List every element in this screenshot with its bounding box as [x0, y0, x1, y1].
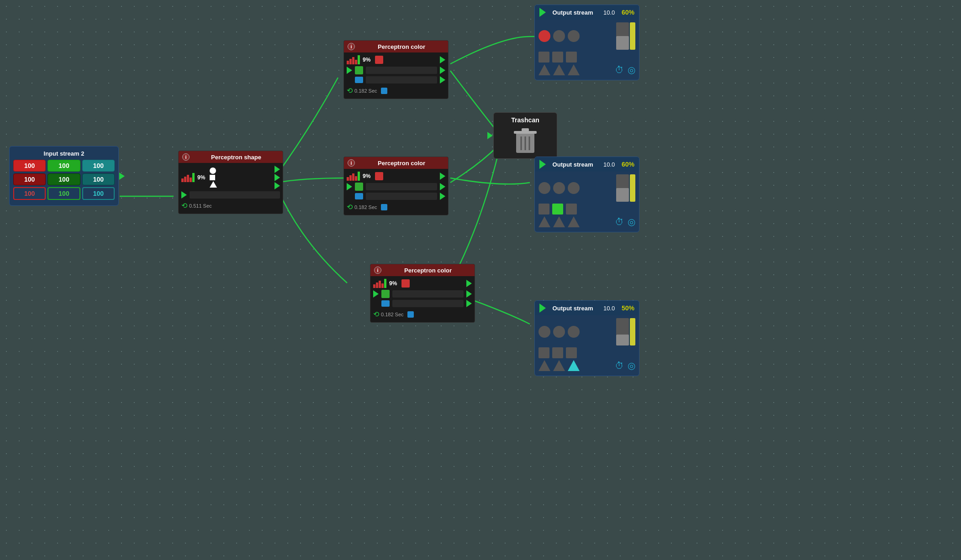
output-top-tri-1: [539, 64, 550, 75]
color-top-timing: 0.182 Sec: [354, 88, 377, 94]
shape-in-connector: [181, 191, 187, 199]
timing-icon-shape: ⟲: [181, 201, 187, 210]
color-mid-swatch-blue: [355, 193, 363, 199]
input-cell-r3c2: 100: [48, 187, 80, 200]
color-bot-swatch-red: [401, 279, 410, 288]
color-bot-swatch-blue: [381, 300, 390, 307]
color-top-slot-2: [366, 76, 437, 84]
info-badge-color-top: i: [348, 43, 355, 50]
color-mid-bar-chart: [347, 172, 360, 181]
output-mid-title: Output stream: [553, 161, 593, 168]
svg-rect-2: [522, 128, 529, 131]
color-bot-bar-chart: [373, 279, 386, 288]
input-cell-r2c3: 100: [82, 173, 115, 185]
output-bot-play[interactable]: [539, 304, 546, 313]
target-icon-bot[interactable]: ◎: [628, 360, 635, 371]
timing-icon-bot: ⟲: [373, 310, 379, 319]
color-top-slot: [366, 67, 437, 74]
color-mid-out-1: [440, 173, 445, 180]
clock-icon-mid[interactable]: ⏱: [615, 217, 624, 227]
trashcan-icon: [514, 127, 537, 155]
output-top-triangles-row: ⏱ ◎: [539, 64, 635, 75]
output-top-sq-3: [566, 52, 577, 63]
perceptron-color-bot-node: i Perceptron color 9%: [370, 264, 475, 323]
output-top-circles-row: [539, 22, 635, 50]
shape-timing: 0.511 Sec: [189, 203, 212, 209]
color-bot-out-1: [466, 280, 472, 287]
output-mid-icons: ⏱ ◎: [615, 216, 635, 227]
color-top-timing-swatch: [381, 88, 387, 94]
perceptron-shape-title: Perceptron shape: [193, 154, 279, 161]
output-bot-header: Output stream 10.0 50%: [535, 301, 639, 315]
perceptron-color-bot-title: Perceptron color: [385, 267, 471, 274]
output-mid-circles-row: [539, 174, 635, 202]
output-top-title: Output stream: [553, 9, 593, 16]
output-bot-tri-1: [539, 360, 550, 371]
output-bot-sq-1: [539, 347, 549, 358]
output-top-sq-1: [539, 52, 549, 63]
color-bot-timing-swatch: [407, 311, 414, 318]
output-bot-sq-3: [566, 347, 577, 358]
output-mid-circle-1: [539, 182, 550, 194]
color-bot-slot-2: [392, 300, 464, 307]
color-top-swatch-blue: [355, 77, 363, 83]
output-bot-yellow-bar: [630, 318, 635, 345]
output-top-body: ⏱ ◎: [535, 20, 639, 80]
color-top-percent: 9%: [363, 57, 370, 63]
perceptron-color-top-title: Perceptron color: [359, 43, 444, 50]
output-top-tri-2: [553, 64, 565, 75]
sym-tri: [210, 181, 217, 188]
input-stream-out-connector: [119, 173, 125, 180]
output-mid-triangles-row: ⏱ ◎: [539, 216, 635, 227]
output-mid-tri-1: [539, 216, 550, 227]
color-mid-timing: 0.182 Sec: [354, 204, 377, 210]
output-top-squares-row: [539, 52, 635, 63]
info-badge-color-bot: i: [374, 267, 381, 274]
info-badge-color-mid: i: [348, 159, 355, 167]
output-mid-circle-3: [568, 182, 580, 194]
target-icon-mid[interactable]: ◎: [628, 216, 635, 227]
timing-icon-mid: ⟲: [347, 203, 353, 211]
output-top-pct: 60%: [622, 9, 634, 16]
shape-slot-1: [190, 191, 280, 199]
perceptron-color-mid-node: i Perceptron color 9%: [343, 157, 449, 215]
color-top-out-2: [440, 67, 445, 74]
output-bot-triangles-row: ⏱ ◎: [539, 360, 635, 371]
output-bot-body: ⏱ ◎: [535, 315, 639, 376]
output-top-icons: ⏱ ◎: [615, 64, 635, 75]
output-mid-pct: 60%: [622, 161, 634, 168]
color-top-swatch-green: [355, 66, 363, 74]
output-bot-circle-2: [553, 326, 565, 338]
color-bot-percent: 9%: [389, 280, 397, 287]
output-top-vol: 10.0: [603, 9, 615, 16]
perceptron-color-mid-title: Perceptron color: [359, 160, 444, 167]
output-stream-bot-node: Output stream 10.0 50% ⏱: [534, 300, 639, 376]
output-mid-body: ⏱ ◎: [535, 172, 639, 232]
output-top-sq-2: [552, 52, 563, 63]
output-mid-tri-2: [553, 216, 565, 227]
output-mid-sq-1: [539, 204, 549, 215]
clock-icon-bot[interactable]: ⏱: [615, 361, 624, 371]
input-cell-r3c3: 100: [82, 187, 115, 200]
color-mid-out-3: [440, 193, 445, 200]
color-bot-timing: 0.182 Sec: [381, 312, 404, 317]
output-top-circle-grey-1: [553, 30, 565, 42]
output-top-play[interactable]: [539, 8, 546, 17]
output-top-yellow-bar: [630, 22, 635, 50]
shape-out-3: [275, 182, 280, 189]
clock-icon-top[interactable]: ⏱: [615, 65, 624, 75]
color-bot-slot: [392, 290, 464, 298]
sym-square: [210, 175, 215, 180]
output-mid-sq-3: [566, 204, 577, 215]
input-cell-r1c1: 100: [13, 160, 46, 172]
output-bot-sq-2: [552, 347, 563, 358]
color-top-bar-chart: [347, 55, 360, 64]
target-icon-top[interactable]: ◎: [628, 64, 635, 75]
output-mid-play[interactable]: [539, 160, 546, 169]
shape-bar-chart: [181, 173, 195, 182]
info-badge-shape: i: [182, 153, 190, 161]
color-top-out-1: [440, 56, 445, 63]
output-bot-title: Output stream: [553, 305, 593, 312]
color-top-in: [347, 67, 352, 74]
output-mid-tri-3: [568, 216, 580, 227]
